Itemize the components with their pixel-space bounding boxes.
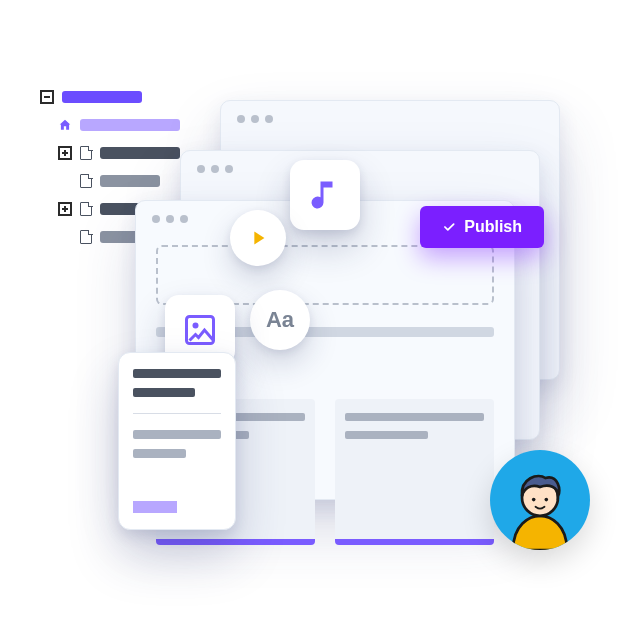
text-line [133,430,221,439]
publish-label: Publish [464,218,522,236]
home-icon [58,118,72,132]
svg-point-4 [545,498,549,502]
tree-label [100,231,140,243]
tree-label [62,91,142,103]
mobile-preview [118,352,236,530]
expand-icon[interactable] [58,202,72,216]
typography-icon: Aa [266,307,294,333]
document-icon [80,146,92,160]
play-icon [247,227,269,249]
music-tile[interactable] [290,160,360,230]
typography-tile[interactable]: Aa [250,290,310,350]
text-line [133,369,221,378]
document-icon [80,230,92,244]
accent-block [133,501,177,513]
text-line [133,388,195,397]
svg-point-1 [193,323,199,329]
text-line [133,449,186,458]
content-card[interactable] [335,399,494,539]
picture-icon [182,312,218,348]
tree-label [100,147,180,159]
publish-button[interactable]: Publish [420,206,544,248]
window-controls [221,101,559,137]
divider [133,413,221,414]
check-icon [442,220,456,234]
tree-item-root[interactable] [40,90,210,104]
user-avatar[interactable] [490,450,590,550]
document-icon [80,174,92,188]
collapse-icon[interactable] [40,90,54,104]
music-note-icon [307,177,343,213]
tree-label [100,175,160,187]
document-icon [80,202,92,216]
tree-item-home[interactable] [58,118,210,132]
window-controls [181,151,539,187]
person-icon [495,460,585,550]
svg-point-3 [532,498,536,502]
expand-icon[interactable] [58,146,72,160]
tree-label [80,119,180,131]
play-tile[interactable] [230,210,286,266]
